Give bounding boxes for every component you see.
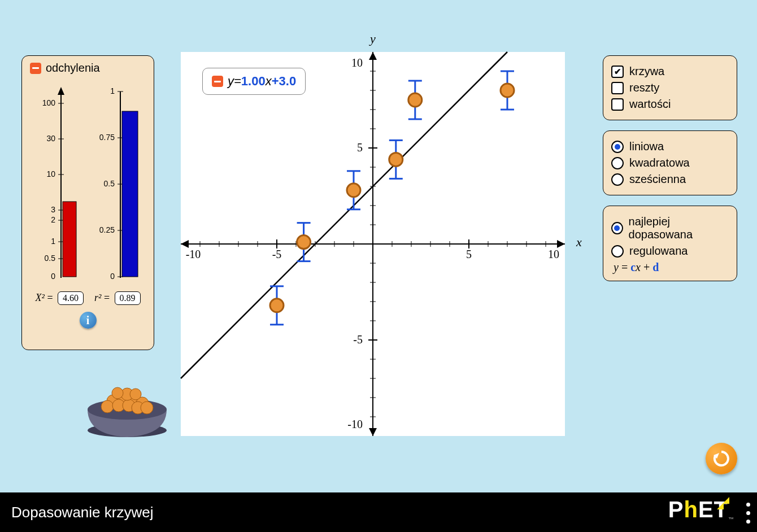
svg-point-41 [130,389,141,400]
radio-icon [611,245,624,258]
svg-point-103 [347,184,360,197]
svg-text:1: 1 [110,86,115,95]
svg-point-40 [112,387,123,399]
svg-text:0.5: 0.5 [104,179,115,188]
svg-text:0.5: 0.5 [45,254,56,263]
best-fit-radio[interactable]: najlepiej dopasowana [611,215,729,241]
r2-label: r² = 0.89 [94,291,141,305]
svg-marker-117 [717,497,729,509]
chi2-label: X² = 4.60 [35,291,84,305]
collapse-equation-button[interactable] [212,76,223,87]
quadratic-radio[interactable]: kwadratowa [611,156,729,169]
phet-menu-button[interactable] [746,503,750,524]
deviation-bars: 100 30 10 3 2 1 0.5 0 1 0.75 0.5 0.25 0 [30,75,146,289]
svg-marker-47 [369,428,377,436]
svg-marker-44 [557,240,565,248]
info-button[interactable]: i [80,312,97,329]
phet-arrow-icon [716,496,730,511]
svg-text:30: 30 [46,134,55,143]
svg-text:10: 10 [351,56,363,69]
fit-type-panel: liniowa kwadratowa sześcienna [603,130,737,195]
y-axis-label: y [370,32,376,46]
svg-text:-5: -5 [272,248,282,260]
controls-column: krzywa reszty wartości liniowa kwadratow… [603,55,737,291]
chi2-bar [63,202,76,277]
r2-value: 0.89 [115,291,141,305]
radio-icon [611,157,624,169]
collapse-deviations-button[interactable] [30,63,41,74]
svg-point-111 [408,93,422,107]
radio-icon [611,141,624,153]
svg-text:0: 0 [110,272,115,281]
svg-text:0: 0 [51,272,55,281]
chi2-value: 4.60 [58,291,84,305]
graph-area[interactable]: -10-5510 105-5-10 y x [181,52,565,436]
checkbox-icon [611,98,624,111]
reset-all-button[interactable] [706,443,737,474]
svg-point-99 [297,236,311,249]
fit-mode-panel: najlepiej dopasowana regulowana y = cx +… [603,206,737,281]
fit-line [181,52,507,378]
x-axis-label: x [576,235,582,250]
svg-text:10: 10 [548,248,559,260]
curve-checkbox[interactable]: krzywa [611,65,729,78]
svg-text:-10: -10 [347,418,363,430]
cubic-radio[interactable]: sześcienna [611,173,729,186]
footer-bar: Dopasowanie krzywej PhET™ [0,492,757,532]
svg-point-95 [270,299,284,312]
svg-marker-45 [181,240,189,248]
deviations-panel: odchylenia 100 30 10 3 2 1 0.5 0 1 0.75 [21,55,154,350]
phet-logo[interactable]: PhET™ [668,497,734,522]
svg-point-34 [101,400,114,413]
svg-text:5: 5 [466,248,472,260]
svg-point-115 [501,84,514,97]
svg-text:0.25: 0.25 [99,225,115,234]
deviations-title: odchylenia [46,62,100,75]
svg-marker-46 [369,52,377,60]
reset-icon [711,448,732,469]
svg-text:1: 1 [51,237,55,246]
svg-text:5: 5 [357,141,363,154]
svg-text:10: 10 [46,169,55,178]
formula-display: y = cx + d [614,261,729,274]
svg-text:3: 3 [51,205,55,214]
radio-icon [611,173,624,186]
equation-display: y = 1.00 x + 3.0 [202,68,306,95]
svg-text:0.75: 0.75 [99,133,115,142]
checkbox-icon [611,66,624,78]
simulation-stage: odchylenia 100 30 10 3 2 1 0.5 0 1 0.75 [0,0,757,492]
linear-radio[interactable]: liniowa [611,140,729,153]
svg-marker-1 [58,87,64,95]
values-checkbox[interactable]: wartości [611,98,729,111]
view-options-panel: krzywa reszty wartości [603,55,737,120]
data-points[interactable] [270,71,514,325]
residuals-checkbox[interactable]: reszty [611,81,729,94]
r2-bar [122,111,138,277]
svg-text:2: 2 [51,215,55,224]
checkbox-icon [611,82,624,94]
svg-text:100: 100 [42,98,56,107]
adjustable-radio[interactable]: regulowana [611,245,729,258]
radio-icon [611,222,623,234]
sim-title: Dopasowanie krzywej [11,504,153,521]
svg-point-107 [389,152,403,166]
svg-text:-5: -5 [353,333,363,346]
svg-text:-10: -10 [186,248,201,260]
svg-point-38 [141,402,153,414]
